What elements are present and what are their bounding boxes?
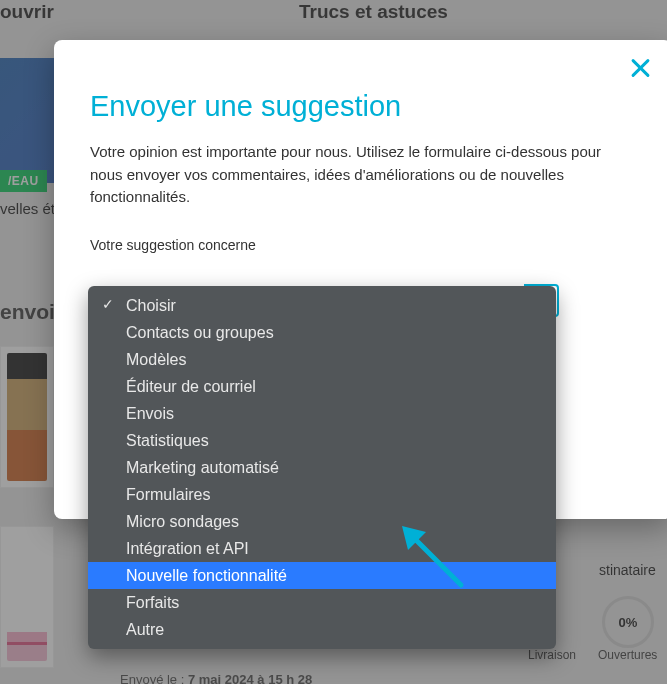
- dropdown-option-label: Forfaits: [126, 594, 179, 611]
- dropdown-option[interactable]: Nouvelle fonctionnalité: [88, 562, 556, 589]
- dropdown-option[interactable]: Intégration et API: [88, 535, 556, 562]
- dropdown-option[interactable]: ✓Choisir: [88, 292, 556, 319]
- dropdown-option[interactable]: Statistiques: [88, 427, 556, 454]
- dropdown-option-label: Contacts ou groupes: [126, 324, 274, 341]
- dropdown-option[interactable]: Éditeur de courriel: [88, 373, 556, 400]
- dropdown-option-label: Autre: [126, 621, 164, 638]
- dropdown-option[interactable]: Contacts ou groupes: [88, 319, 556, 346]
- dropdown-option[interactable]: Autre: [88, 616, 556, 643]
- dropdown-option[interactable]: Modèles: [88, 346, 556, 373]
- dropdown-option-label: Nouvelle fonctionnalité: [126, 567, 287, 584]
- dropdown-option-label: Éditeur de courriel: [126, 378, 256, 395]
- dropdown-option[interactable]: Forfaits: [88, 589, 556, 616]
- check-icon: ✓: [102, 296, 114, 312]
- dropdown-option[interactable]: Marketing automatisé: [88, 454, 556, 481]
- modal-description: Votre opinion est importante pour nous. …: [90, 141, 636, 209]
- dropdown-option[interactable]: Formulaires: [88, 481, 556, 508]
- field-label-topic: Votre suggestion concerne: [90, 237, 636, 253]
- dropdown-option-label: Marketing automatisé: [126, 459, 279, 476]
- dropdown-option-label: Modèles: [126, 351, 186, 368]
- dropdown-option-label: Choisir: [126, 297, 176, 314]
- dropdown-option[interactable]: Envois: [88, 400, 556, 427]
- dropdown-option-label: Formulaires: [126, 486, 210, 503]
- modal-title: Envoyer une suggestion: [90, 90, 636, 123]
- close-icon[interactable]: [628, 56, 652, 80]
- dropdown-option-label: Envois: [126, 405, 174, 422]
- dropdown-option-label: Statistiques: [126, 432, 209, 449]
- topic-dropdown[interactable]: ✓ChoisirContacts ou groupesModèlesÉditeu…: [88, 286, 556, 649]
- dropdown-option-label: Micro sondages: [126, 513, 239, 530]
- dropdown-option[interactable]: Micro sondages: [88, 508, 556, 535]
- dropdown-option-label: Intégration et API: [126, 540, 249, 557]
